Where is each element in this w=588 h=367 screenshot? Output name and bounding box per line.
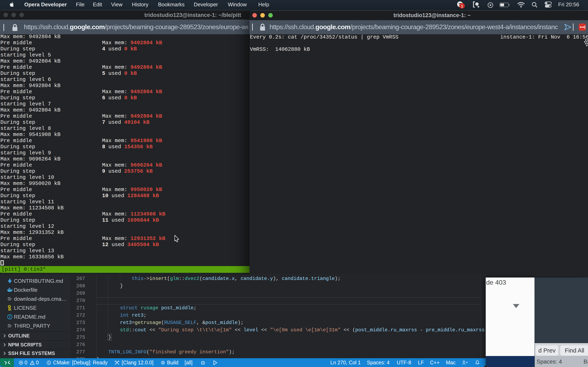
svg-text:1: 1 bbox=[461, 4, 463, 8]
